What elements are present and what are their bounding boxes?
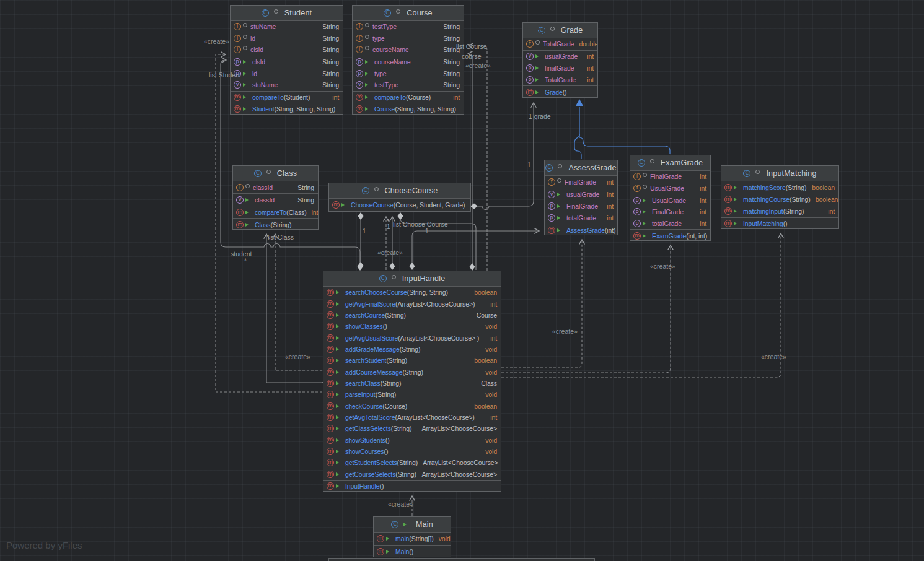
member-row-courseName[interactable]: fcourseNameString: [353, 44, 464, 56]
class-header[interactable]: CMain: [374, 517, 451, 533]
member-row-getCourseSelects[interactable]: mgetCourseSelects(String)ArrayList<Choos…: [323, 469, 501, 480]
member-row-showStudents[interactable]: mshowStudents()void: [323, 434, 501, 445]
member-row-testType[interactable]: ftestTypeString: [353, 21, 464, 33]
class-node-choosecourse[interactable]: CChooseCoursemChooseCourse(Course, Stude…: [328, 183, 471, 212]
member-type: boolean: [816, 196, 838, 203]
member-row-courseName[interactable]: pcourseNameString: [353, 56, 464, 68]
member-row-Grade[interactable]: mGrade(): [523, 86, 597, 98]
member-row-matchingInput[interactable]: mmatchingInput(String)int: [721, 205, 838, 217]
member-row-matchingCourse[interactable]: mmatchingCourse(String)boolean: [721, 193, 838, 205]
member-row-getStudentSelects[interactable]: mgetStudentSelects(String)ArrayList<Choo…: [323, 457, 501, 468]
class-header[interactable]: CChooseCourse: [329, 183, 470, 199]
member-row-searchCourse[interactable]: msearchCourse(String)Course: [323, 310, 501, 321]
member-row-FinalGrade[interactable]: fFinalGradeint: [630, 171, 710, 183]
visibility-icon: [336, 370, 342, 374]
member-type: int: [700, 220, 706, 227]
class-node-student[interactable]: CStudentfstuNameStringfidStringfclsIdStr…: [230, 5, 343, 115]
member-row-Course[interactable]: mCourse(String, String, String): [353, 103, 464, 115]
member-row-id[interactable]: pidString: [231, 67, 343, 79]
class-header[interactable]: CInputMatching: [721, 166, 838, 181]
member-row-clsId[interactable]: fclsIdString: [231, 44, 343, 56]
member-name: TotalGrade: [545, 76, 576, 84]
property-icon: p: [548, 202, 555, 210]
uml-diagram-canvas[interactable]: CStudentfstuNameStringfidStringfclsIdStr…: [0, 0, 924, 561]
class-node-grade[interactable]: CGradefTotalGradedoublevusualGradeintpfi…: [522, 22, 598, 98]
member-row-usualGrade[interactable]: vusualGradeint: [545, 188, 617, 200]
class-title: InputHandle: [402, 274, 446, 283]
property-icon: p: [633, 197, 641, 204]
member-row-usualGrade[interactable]: vusualGradeint: [523, 51, 597, 63]
member-row-showCourses[interactable]: mshowCourses ()void: [329, 559, 594, 561]
class-node-clipped-node[interactable]: mshowCourses ()void: [328, 558, 595, 561]
class-header[interactable]: CGrade: [523, 23, 597, 38]
member-row-compareTo[interactable]: mcompareTo(Course)int: [353, 92, 464, 103]
visibility-icon: [336, 290, 342, 294]
member-row-finalGrade[interactable]: pfinalGradeint: [523, 63, 597, 74]
member-row-getClassSelects[interactable]: mgetClassSelects(String)ArrayList<Choose…: [323, 423, 501, 434]
member-row-totalGrade[interactable]: ptotalGradeint: [630, 218, 710, 230]
class-header[interactable]: CClass: [233, 166, 318, 181]
member-row-getAvgTotalScore[interactable]: mgetAvgTotalScore(ArrayList<ChooseCourse…: [323, 412, 501, 423]
member-row-compareTo[interactable]: mcompareTo(Student)int: [231, 92, 343, 103]
member-row-FinalGrade[interactable]: pFinalGradeint: [545, 200, 617, 212]
member-row-id[interactable]: fidString: [231, 33, 343, 45]
member-row-TotalGrade[interactable]: pTotalGradeint: [523, 74, 597, 85]
class-header[interactable]: CCourse: [353, 6, 464, 21]
member-params: (): [563, 89, 567, 96]
method-icon: m: [327, 471, 334, 478]
class-node-main[interactable]: CMainmmain(String[])voidmMain(): [373, 516, 451, 557]
method-icon: m: [327, 380, 334, 387]
visibility-icon: [643, 173, 647, 177]
member-row-getAvgUsualScore[interactable]: mgetAvgUsualScore(ArrayList<ChooseCourse…: [323, 332, 501, 343]
member-row-type[interactable]: ftypeString: [353, 33, 464, 45]
member-name: testType: [374, 81, 398, 89]
member-row-type[interactable]: ptypeString: [353, 67, 464, 79]
member-row-searchStudent[interactable]: msearchStudent(String)boolean: [323, 355, 501, 366]
member-row-testType[interactable]: vtestTypeString: [353, 79, 464, 91]
member-row-Main[interactable]: mMain(): [374, 546, 451, 557]
member-row-main[interactable]: mmain(String[])void: [374, 533, 451, 545]
member-row-addCourseMessage[interactable]: maddCourseMessage(String)void: [323, 366, 501, 377]
member-row-stuName[interactable]: vstuNameString: [231, 79, 343, 91]
member-row-Class[interactable]: mClass (String): [233, 219, 318, 230]
member-row-Student[interactable]: mStudent(String, String, String): [231, 103, 343, 115]
member-row-InputMatching[interactable]: mInputMatching(): [721, 218, 838, 229]
member-row-FinalGrade[interactable]: pFinalGradeint: [630, 206, 710, 218]
member-row-clsId[interactable]: pclsIdString: [231, 56, 343, 68]
class-header[interactable]: CInputHandle: [323, 271, 501, 287]
class-node-examgrade[interactable]: CExamGradefFinalGradeintfUsualGradeintpU…: [630, 155, 711, 241]
member-row-TotalGrade[interactable]: fTotalGradedouble: [523, 38, 597, 50]
member-row-searchClass[interactable]: msearchClass(String)Class: [323, 378, 501, 389]
member-row-checkCourse[interactable]: mcheckCourse(Course)boolean: [323, 400, 501, 411]
visibility-icon: [365, 35, 369, 39]
member-row-parseInput[interactable]: mparseInput(String)void: [323, 389, 501, 400]
member-row-showCourses[interactable]: mshowCourses ()void: [323, 446, 501, 457]
member-row-InputHandle[interactable]: mInputHandle(): [323, 481, 501, 492]
member-row-showClasses[interactable]: mshowClasses ()void: [323, 321, 501, 332]
member-row-totalGrade[interactable]: ptotalGradeint: [545, 212, 617, 224]
class-node-class[interactable]: CClassfclassIdStringvclassIdStringmcompa…: [232, 165, 319, 230]
member-row-classId[interactable]: vclassIdString: [233, 194, 318, 206]
class-node-course[interactable]: CCourseftestTypeStringftypeStringfcourse…: [352, 5, 464, 115]
class-node-inputhandle[interactable]: CInputHandlemsearchChooseCourse(String, …: [323, 271, 501, 492]
member-name: showStudents: [345, 437, 385, 444]
member-row-FinalGrade[interactable]: fFinalGradeint: [545, 176, 617, 188]
member-row-stuName[interactable]: fstuNameString: [231, 21, 343, 33]
member-row-getAvgFinalScore[interactable]: mgetAvgFinalScore(ArrayList<ChooseCourse…: [323, 298, 501, 309]
class-node-assessgrade[interactable]: CAssessGradefFinalGradeintvusualGradeint…: [544, 160, 618, 235]
member-row-ChooseCourse[interactable]: mChooseCourse(Course, Student, Grade): [329, 199, 470, 211]
member-row-matchingScore[interactable]: mmatchingScore(String)boolean: [721, 181, 838, 193]
member-row-AssessGrade[interactable]: mAssessGrade(int): [545, 224, 617, 235]
class-header[interactable]: CStudent: [231, 6, 343, 21]
member-row-searchChooseCourse[interactable]: msearchChooseCourse(String, String)boole…: [323, 287, 501, 298]
member-name: Grade: [545, 89, 563, 96]
class-header[interactable]: CAssessGrade: [545, 160, 617, 176]
member-row-classId[interactable]: fclassIdString: [233, 181, 318, 193]
member-row-ExamGrade[interactable]: mExamGrade(int, int): [630, 230, 710, 241]
class-node-inputmatching[interactable]: CInputMatchingmmatchingScore(String)bool…: [721, 165, 839, 229]
member-row-addGradeMessage[interactable]: maddGradeMessage(String)void: [323, 344, 501, 355]
class-header[interactable]: CExamGrade: [630, 155, 710, 171]
member-row-UsualGrade[interactable]: pUsualGradeint: [630, 194, 710, 206]
member-row-UsualGrade[interactable]: fUsualGradeint: [630, 183, 710, 194]
member-row-compareTo[interactable]: mcompareTo(Class)int: [233, 206, 318, 218]
